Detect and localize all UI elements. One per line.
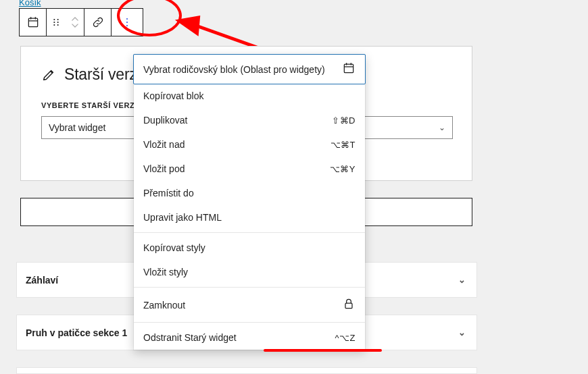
calendar-icon [342,61,356,77]
svg-point-9 [57,24,59,26]
lock-icon [342,297,356,313]
svg-point-7 [57,19,59,20]
svg-rect-15 [344,64,353,73]
menu-select-parent[interactable]: Vybrat rodičovský blok (Oblast pro widge… [133,54,366,84]
block-options-menu: Vybrat rodičovský blok (Oblast pro widge… [134,55,365,350]
calendar-icon [26,16,40,29]
menu-paste-styles[interactable]: Vložit styly [134,260,365,284]
chevron-down-icon [72,23,78,28]
annotation-underline [264,349,382,352]
menu-insert-after[interactable]: Vložit pod⌥⌘Y [134,157,365,181]
menu-edit-html[interactable]: Upravit jako HTML [134,205,365,230]
section-title: Pruh v patičce sekce 1 [26,327,127,338]
menu-duplicate[interactable]: Duplikovat⇧⌘D [134,108,365,132]
chevron-down-icon: ⌄ [458,275,466,285]
menu-move-to[interactable]: Přemístit do [134,181,365,205]
menu-remove[interactable]: Odstranit Starý widget^⌥Z [134,325,365,350]
menu-insert-before[interactable]: Vložit nad⌥⌘T [134,132,365,157]
chevron-down-icon: ⌄ [439,123,445,132]
link-button[interactable] [84,9,112,36]
block-mover[interactable] [66,9,84,36]
widget-select-value: Vybrat widget [49,122,105,133]
menu-copy-styles[interactable]: Kopírovat styly [134,236,365,260]
svg-rect-19 [345,303,352,309]
svg-point-5 [53,22,55,23]
widget-area-next[interactable] [16,367,477,374]
svg-marker-14 [175,16,204,40]
kebab-icon [120,16,134,29]
menu-copy-block[interactable]: Kopírovat blok [134,84,365,108]
block-toolbar [19,8,143,36]
block-type-button[interactable] [20,9,47,36]
link-icon [91,16,105,29]
svg-point-12 [126,25,128,26]
menu-lock[interactable]: Zamknout [134,290,365,319]
chevron-down-icon: ⌄ [458,327,466,338]
chevron-up-icon [72,17,78,22]
svg-point-10 [126,18,128,20]
menu-separator [134,232,365,233]
menu-separator [134,322,365,323]
svg-point-8 [57,22,59,23]
svg-rect-0 [28,18,37,26]
section-title: Záhlaví [26,275,58,286]
svg-point-6 [53,24,55,26]
menu-separator [134,287,365,288]
kosik-link[interactable]: Košík [19,0,41,7]
drag-icon [51,17,62,28]
svg-point-11 [126,22,128,23]
drag-handle[interactable] [47,9,66,36]
pencil-icon [41,68,56,82]
more-options-button[interactable] [112,9,143,36]
svg-point-4 [53,19,55,20]
